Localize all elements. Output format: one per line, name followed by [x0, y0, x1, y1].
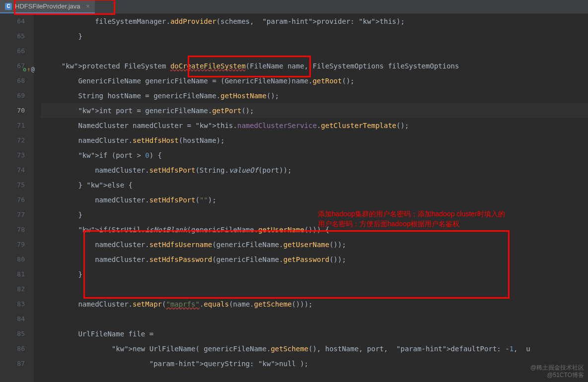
- line-number: 71: [0, 118, 25, 133]
- code-line[interactable]: }: [41, 267, 588, 282]
- code-line[interactable]: String hostName = genericFileName.getHos…: [41, 88, 588, 103]
- line-number: 77: [0, 207, 25, 222]
- line-number: 66: [0, 44, 25, 59]
- code-line[interactable]: GenericFileName genericFileName = (Gener…: [41, 73, 588, 88]
- code-line[interactable]: [41, 44, 588, 59]
- line-number: 81: [0, 267, 25, 282]
- line-number: 67o↑ @: [0, 59, 25, 73]
- code-pane[interactable]: fileSystemManager.addProvider(schemes, "…: [34, 14, 588, 382]
- code-line[interactable]: "param-hint">queryString: "kw">null );: [41, 356, 588, 371]
- code-line[interactable]: "kw">int port = genericFileName.getPort(…: [41, 103, 588, 118]
- code-line[interactable]: fileSystemManager.addProvider(schemes, "…: [41, 14, 588, 29]
- line-number-gutter: 64656667o↑ @6869707172737475767778798081…: [0, 14, 34, 382]
- code-line[interactable]: } "kw">else {: [41, 178, 588, 192]
- line-number: 73: [0, 148, 25, 163]
- code-line[interactable]: namedCluster.setMapr("maprfs".equals(nam…: [41, 297, 588, 312]
- file-tab-hdfsfileprovider[interactable]: C HDFSFileProvider.java ×: [0, 0, 95, 13]
- line-number: 70: [0, 103, 25, 118]
- close-icon[interactable]: ×: [86, 3, 90, 10]
- tab-filename-label: HDFSFileProvider.java: [15, 2, 80, 10]
- line-number: 79: [0, 237, 25, 252]
- line-number: 68: [0, 73, 25, 88]
- line-number: 80: [0, 252, 25, 267]
- line-number: 84: [0, 312, 25, 326]
- line-number: 65: [0, 29, 25, 44]
- code-line[interactable]: namedCluster.setHdfsPort("");: [41, 192, 588, 207]
- code-line[interactable]: UrlFileName file =: [41, 326, 588, 341]
- line-number: 78: [0, 222, 25, 237]
- code-line[interactable]: NamedCluster namedCluster = "kw">this.na…: [41, 118, 588, 133]
- code-line[interactable]: [41, 312, 588, 326]
- line-number: 86: [0, 341, 25, 356]
- line-number: 69: [0, 88, 25, 103]
- line-number: 83: [0, 297, 25, 312]
- watermark-text: @稀土掘金技术社区 @51CTO博客: [530, 364, 584, 379]
- line-number: 87: [0, 356, 25, 371]
- line-number: 76: [0, 192, 25, 207]
- line-number: 72: [0, 133, 25, 148]
- line-number: 64: [0, 14, 25, 29]
- line-number: 75: [0, 178, 25, 192]
- line-number: 82: [0, 282, 25, 297]
- code-line[interactable]: namedCluster.setHdfsPassword(genericFile…: [41, 252, 588, 267]
- code-line[interactable]: [41, 282, 588, 297]
- line-number: 74: [0, 163, 25, 178]
- java-class-icon: C: [5, 3, 12, 10]
- editor-tab-bar: C HDFSFileProvider.java ×: [0, 0, 588, 14]
- code-line[interactable]: namedCluster.setHdfsUsername(genericFile…: [41, 237, 588, 252]
- code-line[interactable]: }: [41, 29, 588, 44]
- code-line[interactable]: "kw">if (port > 0) {: [41, 148, 588, 163]
- code-line[interactable]: namedCluster.setHdfsHost(hostName);: [41, 133, 588, 148]
- line-number: 85: [0, 326, 25, 341]
- code-line[interactable]: }: [41, 207, 588, 222]
- code-line[interactable]: "kw">if(StrUtil.isNotBlank(genericFileNa…: [41, 222, 588, 237]
- code-line[interactable]: "kw">new UrlFileName( genericFileName.ge…: [41, 341, 588, 356]
- code-line[interactable]: namedCluster.setHdfsPort(String.valueOf(…: [41, 163, 588, 178]
- code-editor[interactable]: 64656667o↑ @6869707172737475767778798081…: [0, 14, 588, 382]
- code-line[interactable]: "kw">protected FileSystem doCreateFileSy…: [41, 59, 588, 73]
